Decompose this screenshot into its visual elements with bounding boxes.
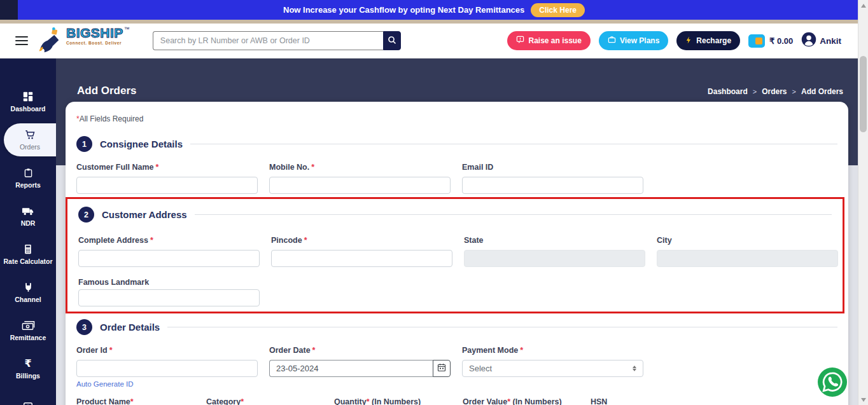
field-mobile-no: Mobile No.* bbox=[269, 163, 451, 194]
user-menu[interactable]: Ankit bbox=[801, 32, 841, 50]
order-date-input[interactable] bbox=[269, 360, 433, 377]
whatsapp-float-button[interactable] bbox=[818, 367, 847, 397]
section-customer-address: 2 Customer Address bbox=[78, 207, 832, 223]
field-email-id: Email ID bbox=[462, 163, 643, 194]
famous-landmark-input[interactable] bbox=[78, 289, 260, 306]
search-input[interactable] bbox=[153, 31, 383, 50]
product-name-label: Product Name* bbox=[76, 397, 134, 405]
field-order-id: Order Id* bbox=[76, 346, 258, 377]
dashboard-grid-icon bbox=[22, 91, 34, 102]
breadcrumb-separator: > bbox=[792, 88, 796, 95]
sidebar-item-orders[interactable]: Orders bbox=[4, 123, 56, 156]
raise-issue-icon bbox=[516, 36, 524, 46]
banner-click-here-button[interactable]: Click Here bbox=[531, 3, 585, 17]
logo-trademark: ™ bbox=[124, 26, 130, 32]
famous-landmark-label: Famous Landmark bbox=[78, 278, 149, 287]
hsn-label: HSN bbox=[591, 397, 607, 405]
sidebar-nav: Dashboard Orders Reports NDR Rate Calcul… bbox=[0, 58, 56, 405]
breadcrumb: Dashboard > Orders > Add Orders bbox=[708, 87, 843, 96]
pincode-input[interactable] bbox=[271, 250, 452, 267]
section-number-badge: 2 bbox=[78, 207, 94, 223]
logo-title: BIGSHIP bbox=[66, 26, 123, 40]
scrollbar-down-arrow[interactable] bbox=[858, 394, 868, 405]
add-orders-form-card: *All Fields Required 1 Consignee Details… bbox=[66, 102, 848, 405]
sidebar-item-support[interactable] bbox=[0, 388, 56, 405]
field-pincode: Pincode* bbox=[271, 236, 452, 267]
mobile-no-input[interactable] bbox=[269, 177, 451, 194]
rupee-icon: ₹ bbox=[24, 358, 31, 369]
order-value-label: Order Value* (In Numbers) bbox=[463, 397, 562, 405]
search-icon bbox=[388, 36, 396, 46]
section-divider bbox=[167, 327, 837, 327]
rocket-mascot-icon bbox=[37, 26, 65, 55]
breadcrumb-separator: > bbox=[753, 88, 757, 95]
calendar-button[interactable] bbox=[433, 360, 451, 377]
truck-icon bbox=[22, 205, 35, 217]
customer-full-name-input[interactable] bbox=[76, 177, 258, 194]
recharge-button[interactable]: Recharge bbox=[676, 31, 740, 50]
shopping-cart-icon bbox=[24, 129, 36, 141]
section-divider bbox=[195, 214, 832, 215]
customer-address-highlight-box: 2 Customer Address Complete Address* Pin… bbox=[66, 197, 844, 313]
sidebar-item-billings[interactable]: ₹ Billings bbox=[0, 350, 56, 388]
scrollbar-up-arrow[interactable] bbox=[858, 0, 868, 11]
app-header: BIGSHIP ™ Connect. Boost. Deliver Raise … bbox=[0, 24, 868, 58]
page-title: Add Orders bbox=[77, 85, 137, 97]
wallet-icon bbox=[748, 34, 765, 48]
payment-mode-select[interactable]: Select bbox=[462, 360, 643, 377]
all-fields-required-note: *All Fields Required bbox=[76, 114, 143, 123]
promo-banner: Now Increase your Cashflow by opting Nex… bbox=[0, 0, 868, 20]
sidebar-item-rate-calculator[interactable]: Rate Calculator bbox=[0, 235, 56, 273]
whatsapp-icon bbox=[818, 388, 847, 399]
search-button[interactable] bbox=[383, 31, 401, 50]
wallet-amount: ₹ 0.00 bbox=[769, 36, 793, 46]
hamburger-menu-icon[interactable] bbox=[15, 34, 28, 48]
promo-banner-text: Now Increase your Cashflow by opting Nex… bbox=[283, 5, 524, 15]
calculator-icon bbox=[23, 244, 33, 255]
city-input bbox=[657, 250, 838, 267]
sidebar-item-reports[interactable]: Reports bbox=[0, 159, 56, 197]
user-name: Ankit bbox=[820, 36, 841, 46]
field-customer-full-name: Customer Full Name* bbox=[76, 163, 258, 194]
sidebar-item-remittance[interactable]: Remittance bbox=[0, 312, 56, 350]
field-payment-mode: Payment Mode* Select bbox=[462, 346, 643, 377]
raise-issue-button[interactable]: Raise an issue bbox=[507, 31, 590, 50]
briefcase-icon bbox=[608, 36, 616, 46]
field-city: City bbox=[657, 236, 838, 267]
breadcrumb-dashboard[interactable]: Dashboard bbox=[708, 87, 748, 96]
section-consignee-details: 1 Consignee Details bbox=[76, 136, 837, 152]
banknote-icon bbox=[22, 320, 35, 331]
category-label: Category* bbox=[206, 397, 244, 405]
plug-icon bbox=[23, 282, 34, 293]
wallet-balance[interactable]: ₹ 0.00 bbox=[748, 34, 793, 48]
section-order-details: 3 Order Details bbox=[76, 319, 837, 335]
section-divider bbox=[190, 144, 837, 144]
calendar-icon bbox=[437, 363, 446, 374]
field-state: State bbox=[464, 236, 645, 267]
sidebar-item-channel[interactable]: Channel bbox=[0, 273, 56, 312]
vertical-scrollbar bbox=[858, 0, 868, 405]
avatar bbox=[801, 32, 816, 50]
view-plans-button[interactable]: View Plans bbox=[599, 31, 668, 50]
select-arrows-icon bbox=[633, 366, 636, 371]
sidebar-item-dashboard[interactable]: Dashboard bbox=[0, 83, 56, 121]
clipboard-icon bbox=[23, 167, 34, 179]
email-id-input[interactable] bbox=[462, 177, 643, 194]
section-number-badge: 3 bbox=[76, 319, 92, 335]
quantity-label: Quantity* (In Numbers) bbox=[334, 397, 421, 405]
section-number-badge: 1 bbox=[76, 136, 92, 152]
support-chat-icon bbox=[22, 401, 34, 405]
scrollbar-thumb[interactable] bbox=[860, 56, 867, 132]
bigship-logo[interactable]: BIGSHIP ™ Connect. Boost. Deliver bbox=[37, 26, 130, 55]
sidebar-item-ndr[interactable]: NDR bbox=[0, 197, 56, 235]
state-input bbox=[464, 250, 645, 267]
field-order-date: Order Date* bbox=[269, 346, 451, 377]
banner-corner-block bbox=[0, 0, 18, 20]
global-search bbox=[153, 31, 401, 50]
breadcrumb-add-orders[interactable]: Add Orders bbox=[801, 87, 843, 96]
order-id-input[interactable] bbox=[76, 360, 258, 377]
breadcrumb-orders[interactable]: Orders bbox=[762, 87, 787, 96]
complete-address-input[interactable] bbox=[78, 250, 260, 267]
auto-generate-id-link[interactable]: Auto Generate ID bbox=[76, 380, 134, 388]
field-complete-address: Complete Address* bbox=[78, 236, 260, 267]
